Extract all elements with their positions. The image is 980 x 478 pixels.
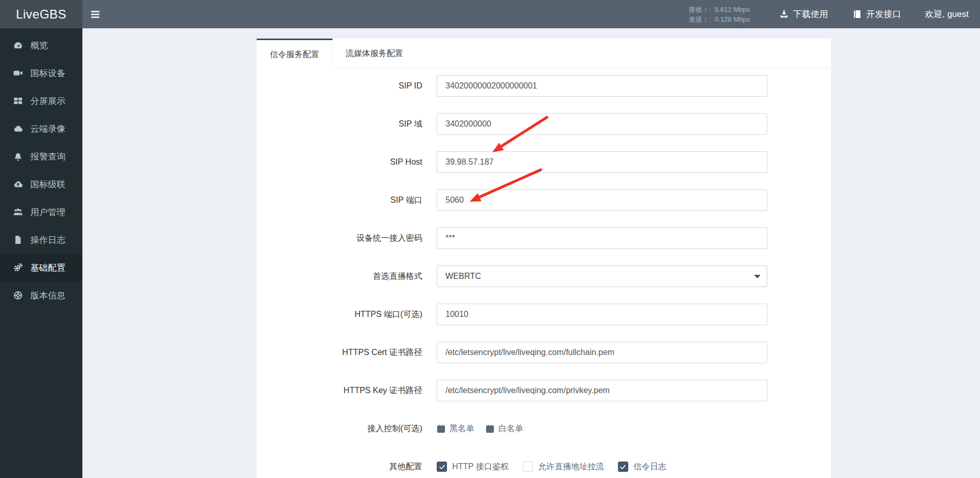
config-form: SIP IDSIP 域SIP HostSIP 端口设备统一接入密码首选直播格式W… — [256, 69, 831, 477]
field-label: HTTPS Cert 证书路径 — [256, 347, 437, 358]
grid-icon — [13, 96, 23, 105]
checkbox-checked[interactable] — [437, 462, 447, 472]
https-key-path-input[interactable] — [437, 380, 767, 401]
gauge-icon — [13, 41, 23, 50]
send-value: 0.128 Mbps — [715, 15, 750, 23]
tab-media-service-config[interactable]: 流媒体服务配置 — [333, 39, 416, 68]
dev-api-label: 开发接口 — [866, 8, 901, 20]
form-row-sip-domain: SIP 域 — [256, 113, 831, 135]
file-icon — [13, 235, 23, 244]
sip-port-input[interactable] — [437, 189, 767, 211]
access-control-links: 黑名单白名单 — [437, 423, 767, 434]
calendar-check-icon — [486, 424, 494, 433]
form-row-access-control: 接入控制(可选)黑名单白名单 — [256, 418, 831, 439]
app-logo: LiveGBS — [0, 0, 82, 28]
sidebar-item-label: 国标设备 — [30, 67, 65, 79]
form-row-sip-host: SIP Host — [256, 151, 831, 173]
network-stats: 接收 ↑ : 5.612 Mbps 发送 ↓ : 0.128 Mbps — [689, 5, 750, 24]
sidebar-item-label: 国标级联 — [30, 179, 65, 190]
send-rate: 发送 ↓ : 0.128 Mbps — [689, 14, 750, 24]
calendar-times-link[interactable]: 黑名单 — [437, 423, 474, 434]
field-label: SIP 域 — [256, 119, 437, 130]
download-label: 下载使用 — [793, 8, 828, 20]
download-link[interactable]: 下载使用 — [767, 0, 840, 28]
checkbox-option[interactable]: 信令日志 — [618, 462, 666, 472]
checkbox-option[interactable]: HTTP 接口鉴权 — [437, 462, 509, 472]
book-icon — [853, 10, 862, 19]
field-preferred-live-format: WEBRTC — [437, 265, 767, 287]
main-content: 信令服务配置流媒体服务配置 SIP IDSIP 域SIP HostSIP 端口设… — [82, 28, 980, 478]
field-label: SIP 端口 — [256, 195, 437, 206]
checkbox-unchecked[interactable] — [523, 462, 533, 472]
sip-domain-input[interactable] — [437, 113, 767, 135]
sidebar-item-basic-config[interactable]: 基础配置 — [0, 254, 82, 281]
sidebar-item-label: 报警查询 — [30, 151, 65, 163]
link-label: 黑名单 — [450, 423, 474, 434]
other-config-options: HTTP 接口鉴权允许直播地址拉流信令日志 — [437, 462, 767, 472]
checkbox-label: HTTP 接口鉴权 — [452, 462, 509, 472]
field-https-port — [437, 304, 767, 325]
checkbox-label: 信令日志 — [633, 462, 666, 472]
calendar-check-link[interactable]: 白名单 — [486, 423, 523, 434]
user-menu[interactable]: 欢迎, guest — [914, 8, 972, 20]
sidebar-item-split-screen[interactable]: 分屏展示 — [0, 87, 82, 115]
down-arrow-icon: ↓ — [704, 15, 708, 23]
sidebar-item-alarm-query[interactable]: 报警查询 — [0, 143, 82, 170]
checkbox-option[interactable]: 允许直播地址拉流 — [523, 462, 604, 472]
form-row-https-port: HTTPS 端口(可选) — [256, 304, 831, 325]
form-row-https-cert-path: HTTPS Cert 证书路径 — [256, 342, 831, 363]
field-https-key-path — [437, 380, 767, 401]
sidebar-item-gb-cascade[interactable]: 国标级联 — [0, 170, 82, 198]
form-row-other-config: 其他配置HTTP 接口鉴权允许直播地址拉流信令日志 — [256, 456, 831, 477]
device-access-password-input[interactable] — [437, 227, 767, 249]
bell-icon — [13, 152, 23, 161]
field-label: HTTPS Key 证书路径 — [256, 385, 437, 396]
recv-value: 5.612 Mbps — [715, 6, 750, 13]
field-label: 接入控制(可选) — [256, 423, 437, 434]
https-cert-path-input[interactable] — [437, 342, 767, 363]
field-https-cert-path — [437, 342, 767, 363]
top-navbar: LiveGBS 接收 ↑ : 5.612 Mbps 发送 ↓ : 0.128 M… — [0, 0, 980, 28]
recv-rate: 接收 ↑ : 5.612 Mbps — [689, 5, 750, 14]
sidebar-item-label: 概览 — [30, 40, 48, 51]
video-camera-icon — [13, 68, 23, 78]
dev-api-link[interactable]: 开发接口 — [840, 0, 914, 28]
sidebar-item-label: 操作日志 — [30, 234, 65, 246]
check-icon — [620, 464, 626, 470]
https-port-input[interactable] — [437, 304, 767, 325]
sidebar-item-operation-log[interactable]: 操作日志 — [0, 226, 82, 254]
calendar-times-icon — [437, 424, 445, 433]
navbar-right: 接收 ↑ : 5.612 Mbps 发送 ↓ : 0.128 Mbps 下载使用… — [689, 0, 980, 28]
field-sip-domain — [437, 113, 767, 135]
config-panel: 信令服务配置流媒体服务配置 SIP IDSIP 域SIP HostSIP 端口设… — [256, 39, 831, 478]
field-label: SIP Host — [256, 157, 437, 167]
field-sip-port — [437, 189, 767, 211]
form-row-https-key-path: HTTPS Key 证书路径 — [256, 380, 831, 401]
cloud-icon — [13, 124, 23, 133]
checkbox-label: 允许直播地址拉流 — [538, 462, 604, 472]
sidebar-item-user-management[interactable]: 用户管理 — [0, 198, 82, 226]
form-row-preferred-live-format: 首选直播格式WEBRTC — [256, 265, 831, 287]
field-label: 首选直播格式 — [256, 271, 437, 282]
sip-host-input[interactable] — [437, 151, 767, 173]
field-access-control: 黑名单白名单 — [437, 423, 767, 434]
sidebar-item-version-info[interactable]: 版本信息 — [0, 281, 82, 309]
sidebar-item-label: 云端录像 — [30, 123, 65, 135]
check-icon — [439, 464, 445, 470]
cloud-upload-icon — [13, 180, 23, 189]
form-row-device-access-password: 设备统一接入密码 — [256, 227, 831, 249]
sidebar: 概览国标设备分屏展示云端录像报警查询国标级联用户管理操作日志基础配置版本信息 — [0, 28, 82, 478]
field-label: 其他配置 — [256, 462, 437, 472]
field-label: HTTPS 端口(可选) — [256, 309, 437, 320]
form-row-sip-id: SIP ID — [256, 75, 831, 97]
sip-id-input[interactable] — [437, 75, 767, 97]
up-arrow-icon: ↑ — [704, 6, 708, 13]
preferred-live-format-select[interactable]: WEBRTC — [437, 265, 767, 287]
sidebar-item-gb-devices[interactable]: 国标设备 — [0, 59, 82, 87]
tab-signal-service-config[interactable]: 信令服务配置 — [256, 39, 333, 69]
sidebar-item-overview[interactable]: 概览 — [0, 31, 82, 59]
sidebar-toggle-button[interactable] — [82, 0, 108, 28]
form-row-sip-port: SIP 端口 — [256, 189, 831, 211]
checkbox-checked[interactable] — [618, 462, 628, 472]
sidebar-item-cloud-record[interactable]: 云端录像 — [0, 115, 82, 143]
